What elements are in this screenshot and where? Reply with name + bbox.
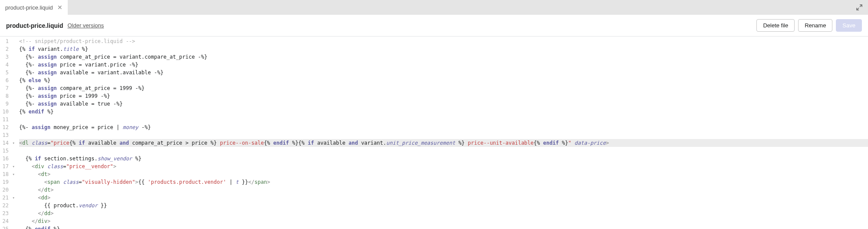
code-line[interactable]: <dt> [19,170,868,178]
line-number: 24 [0,217,10,225]
code-line[interactable]: </div> [19,217,868,225]
code-line[interactable]: {%- assign available = variant.available… [19,69,868,76]
fold-marker-icon[interactable]: ▾ [13,163,15,170]
file-title: product-price.liquid [6,22,63,29]
expand-icon [856,4,863,11]
fold-marker-icon[interactable]: ▾ [13,170,15,178]
line-number: 11 [0,116,10,123]
older-versions-link[interactable]: Older versions [67,22,104,29]
toolbar-actions: Delete file Rename Save [756,19,862,32]
code-line[interactable]: {%- assign compare_at_price = variant.co… [19,53,868,61]
tab-bar: product-price.liquid ✕ [0,0,868,15]
code-editor[interactable]: 1234567891011121314▾151617▾18▾192021▾222… [0,37,868,229]
line-number: 22 [0,202,10,209]
line-number: 7 [0,84,10,92]
code-line[interactable] [19,131,868,139]
code-line[interactable] [19,116,868,123]
code-line[interactable]: {%- assign available = true -%} [19,100,868,108]
code-line[interactable]: {% if section.settings.show_vendor %} [19,155,868,163]
toolbar: product-price.liquid Older versions Dele… [0,15,868,37]
line-number: 5 [0,69,10,76]
close-icon[interactable]: ✕ [57,4,63,10]
code-area[interactable]: <!-- snippet/product-price.liquid -->{% … [13,37,868,229]
line-number: 8 [0,92,10,100]
line-number: 9 [0,100,10,108]
expand-button[interactable] [851,0,868,15]
line-number: 21▾ [0,194,10,202]
code-line[interactable]: {% endif %} [19,225,868,229]
line-number: 19 [0,178,10,186]
line-number: 20 [0,186,10,194]
code-line[interactable]: </dd> [19,209,868,217]
tab-product-price[interactable]: product-price.liquid ✕ [0,0,68,15]
line-number-gutter: 1234567891011121314▾151617▾18▾192021▾222… [0,37,13,229]
line-number: 25 [0,225,10,229]
code-line[interactable]: {%- assign price = variant.price -%} [19,61,868,69]
line-number: 4 [0,61,10,69]
code-line[interactable] [19,147,868,155]
code-line[interactable]: <dl class="price{% if available and comp… [19,139,868,147]
line-number: 16 [0,155,10,163]
code-line[interactable]: <span class="visually-hidden">{{ 'produc… [19,178,868,186]
save-button: Save [836,19,862,32]
line-number: 17▾ [0,163,10,170]
rename-button[interactable]: Rename [798,19,832,32]
line-number: 2 [0,45,10,53]
code-line[interactable]: {%- assign money_price = price | money -… [19,123,868,131]
fold-marker-icon[interactable]: ▾ [13,194,15,202]
line-number: 10 [0,108,10,116]
code-line[interactable]: <dd> [19,194,868,202]
code-line[interactable]: {% if variant.title %} [19,45,868,53]
line-number: 12 [0,123,10,131]
delete-file-button[interactable]: Delete file [756,19,795,32]
line-number: 15 [0,147,10,155]
line-number: 13 [0,131,10,139]
line-number: 3 [0,53,10,61]
line-number: 6 [0,76,10,84]
code-line[interactable]: </dt> [19,186,868,194]
code-line[interactable]: <div class="price__vendor"> [19,163,868,170]
tab-label: product-price.liquid [5,4,53,11]
code-line[interactable]: {% else %} [19,76,868,84]
code-line[interactable]: {% endif %} [19,108,868,116]
code-line[interactable]: {{ product.vendor }} [19,202,868,209]
line-number: 23 [0,209,10,217]
code-line[interactable]: <!-- snippet/product-price.liquid --> [19,37,868,45]
line-number: 14▾ [0,139,10,147]
line-number: 1 [0,37,10,45]
code-line[interactable]: {%- assign price = 1999 -%} [19,92,868,100]
line-number: 18▾ [0,170,10,178]
fold-marker-icon[interactable]: ▾ [13,139,15,147]
code-line[interactable]: {%- assign compare_at_price = 1999 -%} [19,84,868,92]
